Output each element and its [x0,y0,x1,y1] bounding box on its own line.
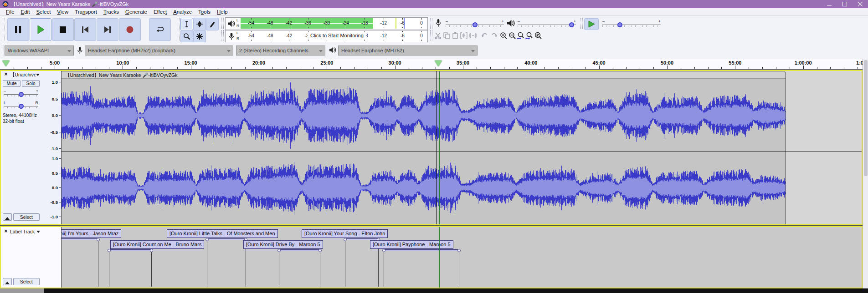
audio-track-wave-area[interactable]: 【Unarchived】New Years Karaoke 🎤-ItlBVOyv… [62,71,862,224]
playback-device-dropdown[interactable]: Headset Earphone (MH752) [338,45,478,56]
label-boundary-stalk[interactable] [459,249,459,287]
label-boundary-stalk[interactable] [320,249,320,287]
label-text-box[interactable]: [Ouro Kronii] Count on Me - Bruno Mars [110,240,204,249]
audio-track-menu-caret-icon[interactable] [36,74,40,78]
label-track-menu-caret-icon[interactable] [36,231,40,235]
label-handle-start[interactable] [277,249,281,252]
stop-button[interactable] [52,18,74,41]
maximize-button[interactable] [837,0,853,8]
recording-meter-grip[interactable] [221,30,224,41]
label-track-close-button[interactable]: × [3,228,9,235]
fit-selection-button[interactable] [517,30,525,40]
fit-project-button[interactable] [525,30,534,40]
label-text-box[interactable]: [Ouro Kronii] Drive By - Maroon 5 [243,240,323,249]
tool-selection-button[interactable] [180,18,193,30]
label-handle-end[interactable] [457,249,461,252]
label-handle-start[interactable] [205,238,209,241]
label-region-bar[interactable] [279,249,320,251]
label-track-select-button[interactable]: Select [13,278,40,285]
undo-button[interactable] [481,30,489,40]
tool-multi-button[interactable] [193,30,206,43]
close-button[interactable] [853,0,868,8]
label-boundary-stalk[interactable] [345,238,345,287]
audio-host-dropdown[interactable]: Windows WASAPI [5,45,74,56]
redo-button[interactable] [489,30,498,40]
zoom-out-button[interactable] [508,30,516,40]
audio-track-title[interactable]: 【Unarchived】New Years Karaoke 🎤-ItlBVOyv… [10,72,36,78]
menu-item-analyze[interactable]: Analyze [170,9,195,15]
menu-item-effect[interactable]: Effect [150,9,170,15]
gain-slider-thumb[interactable] [19,92,24,97]
menu-item-tools[interactable]: Tools [195,9,214,15]
pause-button[interactable] [7,18,29,41]
audio-track-collapse-button[interactable] [3,213,12,221]
play-button[interactable] [30,18,51,41]
zoom-in-button[interactable] [499,30,508,40]
playback-meter-grip[interactable] [221,18,224,29]
tool-envelope-button[interactable] [193,18,206,30]
label-handle-end[interactable] [97,238,100,241]
menu-item-help[interactable]: Help [214,9,231,15]
label-text-box[interactable]: [Ouro Kronii] I'm Yours - Jason Mraz [62,229,121,238]
waveform-canvas[interactable] [62,71,786,224]
record-button[interactable] [119,18,141,41]
label-handle-start[interactable] [382,249,385,252]
label-handle-end[interactable] [318,249,322,252]
label-boundary-stalk[interactable] [384,249,384,287]
label-region-bar[interactable] [384,249,459,251]
play-at-speed-grip[interactable] [580,18,583,29]
menu-item-file[interactable]: File [3,9,18,15]
skip-to-start-button[interactable] [74,18,96,41]
label-text-box[interactable]: [Ouro Kronii] Payphone - Maroon 5 [370,240,453,249]
recording-volume-slider[interactable]: –+ [446,20,504,29]
tools-toolbar-grip[interactable] [178,18,180,40]
solo-button[interactable]: Solo [22,80,40,87]
recording-volume-slider-thumb[interactable] [473,22,478,27]
recording-meter[interactable]: LR-54-48-42-36-30-24-18-12-60Click to St… [225,30,428,43]
paste-button[interactable] [451,30,459,40]
vertical-scrollbar-thumb[interactable] [864,60,868,176]
mixer-toolbar-grip[interactable] [430,18,432,29]
label-boundary-stalk[interactable] [109,249,109,287]
label-handle-start[interactable] [108,249,111,252]
playback-meter[interactable]: LR-54-48-42-36-30-24-18-12-60 [225,17,428,30]
minimize-button[interactable] [822,0,837,8]
zoom-toggle-button[interactable] [534,30,542,40]
silence-audio-button[interactable] [469,30,477,40]
recording-channels-dropdown[interactable]: 2 (Stereo) Recording Channels [236,45,325,56]
playback-speed-slider-thumb[interactable] [617,22,622,27]
menu-item-view[interactable]: View [54,9,72,15]
label-track-collapse-button[interactable] [3,278,12,285]
recording-device-dropdown[interactable]: Headset Earphone (MH752) (loopback) [85,45,233,56]
tool-draw-button[interactable] [206,18,219,30]
menu-item-tracks[interactable]: Tracks [100,9,122,15]
loop-button[interactable] [149,18,171,41]
tool-zoom-button[interactable] [180,30,193,43]
mute-button[interactable]: Mute [3,80,21,87]
audio-clip[interactable]: 【Unarchived】New Years Karaoke 🎤-ItlBVOyv… [62,71,786,224]
edit-toolbar-grip[interactable] [430,30,432,41]
timeline-ruler[interactable]: 5:0010:0015:0020:0025:0030:0035:0040:004… [0,59,868,70]
label-boundary-stalk[interactable] [151,249,152,287]
label-boundary-stalk[interactable] [207,238,207,287]
monitoring-message[interactable]: Click to Start Monitoring [308,32,366,39]
trim-audio-button[interactable] [460,30,468,40]
menu-item-generate[interactable]: Generate [122,9,150,15]
label-track-title[interactable]: Label Track [10,229,35,234]
cut-button[interactable] [434,30,442,40]
label-boundary-stalk[interactable] [98,238,98,287]
label-region-bar[interactable] [62,238,98,240]
transport-toolbar-grip[interactable] [3,18,5,40]
playback-speed-slider[interactable]: –+ [602,20,661,29]
play-at-speed-button[interactable] [584,18,599,30]
gain-slider[interactable]: –+ [4,89,38,98]
label-boundary-stalk[interactable] [279,249,279,287]
pinned-play-head-button[interactable] [2,61,10,66]
pan-slider-thumb[interactable] [19,104,24,109]
skip-to-end-button[interactable] [97,18,118,41]
device-toolbar-grip[interactable] [2,45,4,56]
label-text-box[interactable]: [Ouro Kronii] Your Song - Elton John [302,229,388,238]
copy-button[interactable] [442,30,451,40]
vertical-scrollbar[interactable] [863,59,868,288]
menu-item-edit[interactable]: Edit [18,9,33,15]
